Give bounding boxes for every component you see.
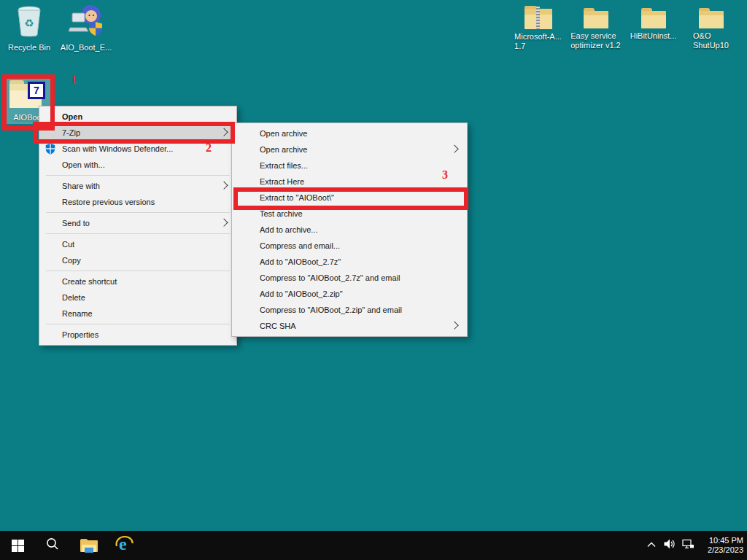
- menu-item-label: Extract files...: [260, 158, 308, 174]
- desktop-icon-recycle-bin[interactable]: ♻ Recycle Bin: [1, 4, 57, 52]
- search-icon: [45, 537, 60, 554]
- context-menu-item-open-with[interactable]: Open with...: [39, 157, 236, 173]
- menu-item-label: Add to "AIOBoot_2.zip": [260, 286, 343, 302]
- menu-separator: [46, 233, 230, 234]
- search-button[interactable]: [36, 531, 69, 560]
- network-icon[interactable]: [682, 538, 694, 553]
- menu-item-label: Open archive: [260, 125, 307, 141]
- desktop-icon-label: Recycle Bin: [8, 43, 50, 52]
- annotation-number-3: 3: [442, 168, 448, 182]
- desktop-icon-easy-service-optimizer[interactable]: Easy serviceoptimizer v1.2: [567, 6, 624, 51]
- menu-item-label: Add to archive...: [260, 222, 318, 238]
- context-menu-item-delete[interactable]: Delete: [39, 289, 236, 306]
- windows-logo-icon: [12, 540, 24, 552]
- menu-separator: [46, 271, 230, 271]
- menu-item-label: Compress to "AIOBoot_2.7z" and email: [260, 270, 400, 286]
- context-menu-item-restore-previous-versions[interactable]: Restore previous versions: [39, 194, 236, 210]
- desktop-background: ♻ Recycle Bin AIO_Boot_E...: [0, 0, 747, 560]
- context-menu-item-send-to[interactable]: Send to: [39, 215, 236, 231]
- folder-icon: [641, 8, 666, 28]
- recycle-bin-icon: ♻: [15, 4, 44, 41]
- menu-item-label: Delete: [62, 289, 85, 306]
- desktop-icon-label: AIO_Boot_E...: [61, 43, 112, 52]
- chevron-right-icon: [220, 182, 228, 190]
- submenu-item-compress-and-email[interactable]: Compress and email...: [232, 238, 467, 254]
- menu-separator: [46, 175, 230, 176]
- folder-icon: [699, 8, 724, 28]
- menu-item-label: Send to: [62, 215, 90, 231]
- svg-text:♻: ♻: [24, 17, 34, 29]
- menu-item-label: Copy: [62, 252, 81, 268]
- clock-time: 10:45 PM: [708, 536, 743, 545]
- annotation-number-1: 1: [71, 74, 77, 87]
- menu-item-label: Restore previous versions: [62, 194, 155, 210]
- desktop-icon-aio-boot-exe[interactable]: AIO_Boot_E...: [57, 4, 115, 52]
- menu-item-label: Open with...: [62, 157, 105, 173]
- submenu-item-extract-files[interactable]: Extract files...: [232, 158, 467, 174]
- context-menu-item-copy[interactable]: Copy: [39, 252, 236, 268]
- context-menu-item-create-shortcut[interactable]: Create shortcut: [39, 273, 236, 289]
- taskbar: e 10:45 PM 2/23/2023: [0, 531, 747, 560]
- desktop-icon-oo-shutup10[interactable]: O&OShutUp10: [682, 6, 740, 51]
- start-button[interactable]: [1, 531, 34, 560]
- submenu-item-compress-to-aioboot-2-zip-and-email[interactable]: Compress to "AIOBoot_2.zip" and email: [232, 302, 467, 318]
- clock-date: 2/23/2023: [708, 545, 743, 555]
- menu-item-label: Cut: [62, 236, 74, 252]
- menu-item-label: Create shortcut: [62, 273, 117, 289]
- file-explorer-icon: [80, 539, 98, 553]
- folder-icon: [584, 8, 608, 28]
- internet-explorer-icon: e: [115, 534, 134, 556]
- menu-item-label: Rename: [62, 306, 93, 322]
- menu-item-label: Share with: [62, 178, 100, 194]
- aio-boot-app-icon: [68, 4, 104, 41]
- submenu-item-open-archive[interactable]: Open archive: [232, 125, 467, 141]
- desktop-icon-hibit-uninstaller[interactable]: HiBitUninst...: [624, 6, 682, 51]
- windows-defender-shield-icon: [44, 143, 56, 155]
- context-menu-item-rename[interactable]: Rename: [39, 306, 236, 322]
- menu-item-label: Add to "AIOBoot_2.7z": [260, 254, 341, 270]
- 7zip-submenu: Open archiveOpen archiveExtract files...…: [231, 122, 468, 337]
- context-menu-item-share-with[interactable]: Share with: [39, 178, 236, 194]
- menu-item-label: Open archive: [260, 141, 307, 158]
- menu-separator: [46, 324, 230, 324]
- menu-item-label: CRC SHA: [260, 318, 296, 334]
- submenu-item-add-to-archive[interactable]: Add to archive...: [232, 222, 467, 238]
- submenu-item-add-to-aioboot-2-7z[interactable]: Add to "AIOBoot_2.7z": [232, 254, 467, 270]
- chevron-right-icon: [450, 322, 458, 330]
- submenu-item-crc-sha[interactable]: CRC SHA: [232, 318, 467, 334]
- zip-folder-icon: [525, 6, 552, 29]
- internet-explorer-button[interactable]: e: [108, 531, 140, 560]
- desktop-icons-top-right: Microsoft-A...1.7 Easy serviceoptimizer …: [509, 6, 740, 51]
- chevron-right-icon: [220, 219, 228, 227]
- submenu-item-add-to-aioboot-2-zip[interactable]: Add to "AIOBoot_2.zip": [232, 286, 467, 302]
- annotation-number-2: 2: [206, 141, 212, 155]
- menu-item-label: Properties: [62, 327, 98, 343]
- desktop-icon-microsoft-activation[interactable]: Microsoft-A...1.7: [509, 6, 567, 51]
- volume-icon[interactable]: [663, 538, 676, 553]
- menu-item-label: Compress to "AIOBoot_2.zip" and email: [260, 302, 402, 318]
- menu-separator: [46, 212, 230, 213]
- submenu-item-open-archive-2[interactable]: Open archive: [232, 141, 467, 158]
- chevron-up-icon[interactable]: [646, 539, 657, 552]
- annotation-box-step3: [233, 187, 468, 210]
- chevron-right-icon: [450, 145, 458, 153]
- menu-item-label: Compress and email...: [260, 238, 340, 254]
- context-menu-item-cut[interactable]: Cut: [39, 236, 236, 252]
- taskbar-clock[interactable]: 10:45 PM 2/23/2023: [708, 531, 743, 560]
- annotation-box-step2: [33, 122, 235, 144]
- context-menu-item-properties[interactable]: Properties: [39, 327, 236, 343]
- submenu-item-compress-to-aioboot-2-7z-and-email[interactable]: Compress to "AIOBoot_2.7z" and email: [232, 270, 467, 286]
- system-tray: [646, 531, 694, 560]
- file-explorer-button[interactable]: [73, 531, 105, 560]
